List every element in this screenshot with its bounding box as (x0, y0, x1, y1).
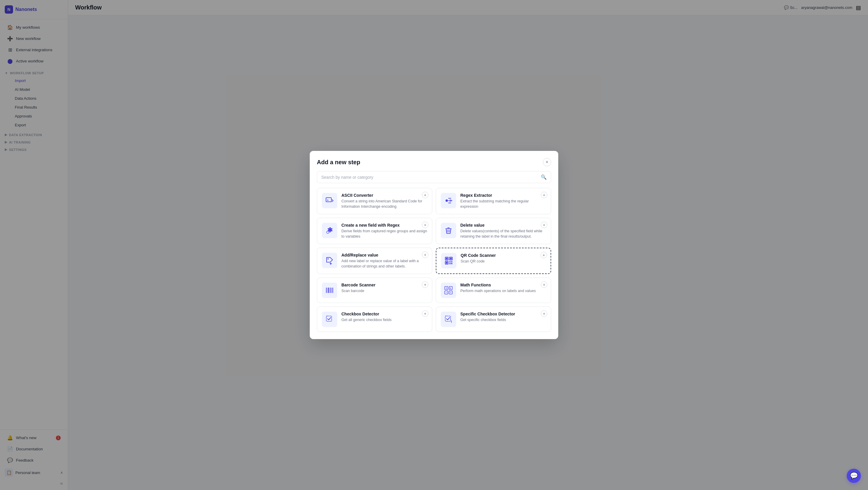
svg-rect-11 (446, 262, 447, 264)
svg-rect-17 (327, 287, 328, 293)
add-step-button[interactable]: + (541, 281, 547, 288)
svg-rect-21 (332, 287, 332, 293)
checkbox-icon (322, 312, 337, 327)
close-button[interactable]: × (543, 158, 551, 166)
svg-rect-19 (330, 287, 330, 293)
svg-rect-20 (331, 287, 331, 293)
step-desc: Extract the substring matching the regul… (460, 199, 546, 209)
svg-rect-7 (446, 258, 447, 259)
step-name: Add/Replace value (341, 253, 427, 257)
add-step-button[interactable]: + (540, 252, 547, 258)
svg-text:×: × (450, 287, 451, 290)
svg-rect-14 (450, 263, 451, 264)
step-name: Math Functions (460, 283, 546, 287)
modal-header: Add a new step × (310, 151, 558, 171)
svg-rect-18 (328, 287, 329, 293)
step-desc: Get specific checkbox fields (460, 317, 546, 323)
step-desc: Scan barcode (341, 288, 427, 294)
search-icon: 🔍 (541, 174, 547, 180)
svg-rect-16 (326, 287, 327, 293)
svg-rect-31 (326, 316, 332, 321)
add-step-modal: Add a new step × 🔍 A (310, 151, 558, 339)
add-step-button[interactable]: + (541, 192, 547, 198)
tag-plus-icon (322, 253, 337, 268)
step-name: Create a new field with Regex (341, 223, 427, 227)
svg-rect-32 (445, 316, 451, 321)
regex-icon (441, 193, 456, 208)
step-name: Specific Checkbox Detector (460, 312, 546, 316)
math-icon: + × − ÷ (441, 283, 456, 298)
step-desc: Perform math operations on labels and va… (460, 288, 546, 294)
svg-text:✱: ✱ (327, 226, 333, 234)
add-step-button[interactable]: + (422, 192, 428, 198)
step-desc: Add new label or replace value of a labe… (341, 258, 427, 269)
step-regex-extractor[interactable]: Regex Extractor Extract the substring ma… (436, 188, 551, 214)
step-desc: Derive fields from captured regex groups… (341, 229, 427, 239)
step-ascii-converter[interactable]: A ASCII Converter Convert a string into … (317, 188, 432, 214)
step-delete-value[interactable]: Delete value Delete values(contents) of … (436, 218, 551, 244)
step-qr-code-scanner[interactable]: QR Code Scanner Scan QR code + (436, 248, 551, 274)
modal-search-area: 🔍 (310, 171, 558, 188)
svg-rect-9 (450, 258, 452, 259)
step-desc: Scan QR code (461, 259, 546, 264)
svg-rect-22 (333, 287, 333, 293)
svg-point-5 (328, 258, 329, 259)
delete-icon (441, 223, 456, 238)
add-step-button[interactable]: + (422, 310, 428, 317)
step-add-replace-value[interactable]: Add/Replace value Add new label or repla… (317, 248, 432, 274)
step-desc: Convert a string into American Standard … (341, 199, 427, 209)
svg-text:−: − (445, 291, 447, 294)
qr-icon (441, 253, 457, 268)
checkbox-specific-icon (441, 312, 456, 327)
step-math-functions[interactable]: + × − ÷ Math Functions Perform math oper… (436, 278, 551, 303)
step-desc: Get all generic checkbox fields (341, 317, 427, 323)
svg-text:÷: ÷ (450, 291, 452, 294)
step-name: Barcode Scanner (341, 283, 427, 287)
search-box: 🔍 (317, 171, 551, 183)
step-specific-checkbox-detector[interactable]: Specific Checkbox Detector Get specific … (436, 307, 551, 332)
step-name: ASCII Converter (341, 193, 427, 198)
svg-rect-15 (451, 263, 452, 264)
svg-point-2 (445, 200, 448, 202)
svg-text:A: A (327, 199, 329, 202)
add-step-button[interactable]: + (422, 281, 428, 288)
modal-title: Add a new step (317, 159, 360, 166)
svg-text:+: + (445, 287, 447, 290)
step-name: Checkbox Detector (341, 312, 427, 316)
add-step-button[interactable]: + (422, 251, 428, 258)
step-desc: Delete values(contents) of the specified… (460, 229, 546, 239)
add-step-button[interactable]: + (541, 310, 547, 317)
modal-body: A ASCII Converter Convert a string into … (310, 188, 558, 339)
step-name: Regex Extractor (460, 193, 546, 198)
svg-rect-12 (450, 261, 451, 263)
steps-grid: A ASCII Converter Convert a string into … (317, 188, 551, 332)
barcode-icon (322, 283, 337, 298)
asterisk-icon: ✱ (322, 223, 337, 238)
modal-overlay[interactable]: Add a new step × 🔍 A (0, 0, 868, 490)
add-step-button[interactable]: + (422, 222, 428, 228)
add-step-button[interactable]: + (541, 222, 547, 228)
step-checkbox-detector[interactable]: Checkbox Detector Get all generic checkb… (317, 307, 432, 332)
svg-rect-13 (451, 261, 452, 263)
chat-button[interactable]: 💬 (847, 469, 861, 483)
step-name: QR Code Scanner (461, 253, 546, 258)
step-barcode-scanner[interactable]: Barcode Scanner Scan barcode + (317, 278, 432, 303)
step-name: Delete value (460, 223, 546, 227)
search-input[interactable] (321, 175, 538, 180)
step-create-field-regex[interactable]: ✱ Create a new field with Regex Derive f… (317, 218, 432, 244)
ascii-icon: A (322, 193, 337, 208)
